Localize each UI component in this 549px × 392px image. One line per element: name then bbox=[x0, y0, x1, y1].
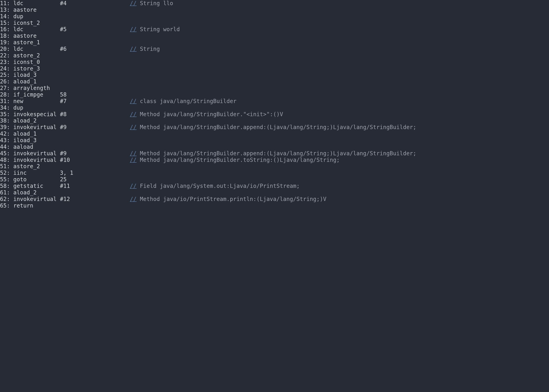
argument bbox=[60, 202, 130, 209]
comment: // String world bbox=[130, 26, 180, 33]
colon: : bbox=[7, 176, 14, 183]
op-arg-area: aload_2 bbox=[13, 189, 130, 196]
colon: : bbox=[7, 13, 14, 20]
op-arg-area: aaload bbox=[13, 144, 130, 150]
offset: 18 bbox=[0, 33, 7, 39]
offset: 44 bbox=[0, 144, 7, 150]
offset: 48 bbox=[0, 157, 7, 163]
offset: 31 bbox=[0, 98, 7, 105]
comment-text: String bbox=[137, 46, 160, 52]
comment: // Field java/lang/System.out:Ljava/io/P… bbox=[130, 183, 300, 189]
offset: 20 bbox=[0, 46, 7, 52]
argument bbox=[60, 65, 130, 72]
op-arg-area: aload_1 bbox=[13, 78, 130, 85]
bytecode-row: 11: ldc #4 // String llo bbox=[0, 0, 549, 7]
bytecode-row: 35: invokespecial #8 // Method java/lang… bbox=[0, 111, 549, 118]
argument bbox=[60, 131, 130, 137]
comment-slash-icon: // bbox=[130, 183, 137, 189]
argument: #6 bbox=[60, 46, 130, 52]
offset: 28 bbox=[0, 91, 7, 98]
argument: #8 bbox=[60, 111, 130, 117]
opcode: astore_1 bbox=[13, 39, 60, 45]
comment-text: String llo bbox=[137, 0, 173, 6]
colon: : bbox=[7, 117, 14, 124]
op-arg-area: new #7 bbox=[13, 98, 130, 105]
colon: : bbox=[7, 39, 14, 46]
colon: : bbox=[7, 0, 14, 7]
offset: 35 bbox=[0, 111, 7, 118]
argument bbox=[60, 52, 130, 59]
comment: // Method java/io/PrintStream.println:(L… bbox=[130, 196, 327, 202]
argument bbox=[60, 85, 130, 91]
argument bbox=[60, 7, 130, 13]
bytecode-row: 62: invokevirtual #12 // Method java/io/… bbox=[0, 196, 549, 202]
argument: 3, 1 bbox=[60, 170, 130, 176]
offset: 62 bbox=[0, 196, 7, 202]
colon: : bbox=[7, 20, 14, 26]
comment-slash-icon: // bbox=[130, 46, 137, 52]
bytecode-row: 27: arraylength bbox=[0, 85, 549, 91]
op-arg-area: dup bbox=[13, 105, 130, 111]
offset: 39 bbox=[0, 124, 7, 131]
op-arg-area: ldc #4 bbox=[13, 0, 130, 7]
offset: 23 bbox=[0, 59, 7, 65]
comment-slash-icon: // bbox=[130, 196, 137, 202]
offset: 52 bbox=[0, 170, 7, 176]
comment-text: Method java/lang/StringBuilder.append:(L… bbox=[137, 124, 416, 130]
bytecode-row: 31: new #7 // class java/lang/StringBuil… bbox=[0, 98, 549, 105]
comment: // String bbox=[130, 46, 160, 52]
colon: : bbox=[7, 26, 14, 33]
argument bbox=[60, 163, 130, 169]
op-arg-area: astore_2 bbox=[13, 52, 130, 59]
bytecode-row: 34: dup bbox=[0, 105, 549, 111]
opcode: ldc bbox=[13, 0, 60, 6]
argument bbox=[60, 59, 130, 65]
op-arg-area: astore_2 bbox=[13, 163, 130, 170]
argument: #4 bbox=[60, 0, 130, 6]
colon: : bbox=[7, 196, 14, 202]
offset: 58 bbox=[0, 183, 7, 189]
op-arg-area: iconst_0 bbox=[13, 59, 130, 65]
offset: 55 bbox=[0, 176, 7, 183]
op-arg-area: return bbox=[13, 202, 130, 209]
op-arg-area: istore_3 bbox=[13, 65, 130, 72]
opcode: dup bbox=[13, 13, 60, 20]
colon: : bbox=[7, 46, 14, 52]
argument: #12 bbox=[60, 196, 130, 202]
bytecode-row: 43: iload_3 bbox=[0, 137, 549, 144]
argument bbox=[60, 20, 130, 26]
colon: : bbox=[7, 98, 14, 105]
argument: #10 bbox=[60, 157, 130, 163]
colon: : bbox=[7, 91, 14, 98]
comment-text: Method java/lang/StringBuilder.append:(L… bbox=[137, 150, 416, 156]
opcode: astore_2 bbox=[13, 163, 60, 169]
comment: // class java/lang/StringBuilder bbox=[130, 98, 237, 105]
opcode: dup bbox=[13, 105, 60, 111]
colon: : bbox=[7, 202, 14, 209]
offset: 26 bbox=[0, 78, 7, 85]
op-arg-area: ldc #6 bbox=[13, 46, 130, 52]
bytecode-row: 18: aastore bbox=[0, 33, 549, 39]
opcode: aaload bbox=[13, 144, 60, 150]
comment-slash-icon: // bbox=[130, 150, 137, 156]
comment: // Method java/lang/StringBuilder.append… bbox=[130, 150, 416, 157]
offset: 61 bbox=[0, 189, 7, 196]
colon: : bbox=[7, 163, 14, 170]
opcode: return bbox=[13, 202, 60, 209]
opcode: aload_1 bbox=[13, 78, 60, 84]
argument bbox=[60, 13, 130, 20]
opcode: astore_2 bbox=[13, 52, 60, 59]
argument bbox=[60, 33, 130, 39]
colon: : bbox=[7, 144, 14, 150]
opcode: new bbox=[13, 98, 60, 104]
argument bbox=[60, 144, 130, 150]
argument: #9 bbox=[60, 124, 130, 130]
comment: // Method java/lang/StringBuilder.toStri… bbox=[130, 157, 340, 163]
opcode: iload_3 bbox=[13, 137, 60, 143]
opcode: getstatic bbox=[13, 183, 60, 189]
opcode: invokevirtual bbox=[13, 196, 60, 202]
opcode: iinc bbox=[13, 170, 60, 176]
offset: 22 bbox=[0, 52, 7, 59]
bytecode-row: 22: astore_2 bbox=[0, 52, 549, 59]
colon: : bbox=[7, 72, 14, 78]
